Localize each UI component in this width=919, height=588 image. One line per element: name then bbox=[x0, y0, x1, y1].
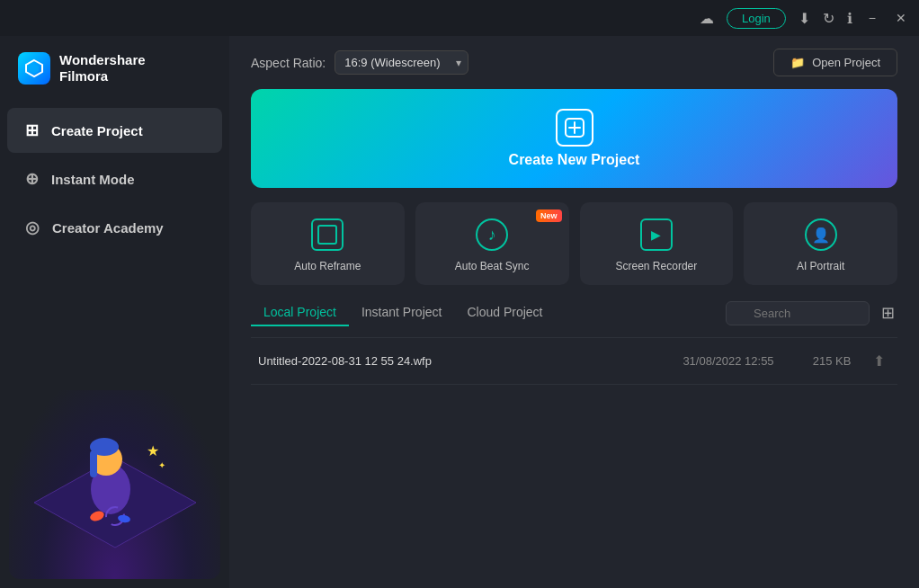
close-button[interactable]: ✕ bbox=[892, 9, 910, 27]
logo-icon bbox=[18, 52, 50, 85]
sidebar-item-label: Instant Mode bbox=[51, 172, 135, 187]
grid-toggle-icon[interactable]: ⊞ bbox=[879, 300, 897, 325]
project-date: 31/08/2022 12:55 bbox=[661, 354, 796, 368]
project-name: Untitled-2022-08-31 12 55 24.wfp bbox=[258, 354, 661, 368]
create-banner-label: Create New Project bbox=[509, 152, 640, 168]
sidebar-item-label: Creator Academy bbox=[52, 220, 164, 236]
aspect-ratio-label: Aspect Ratio: bbox=[251, 56, 326, 70]
cloud-icon[interactable]: ☁ bbox=[700, 10, 714, 27]
sidebar-item-create-project[interactable]: ⊞ Create Project bbox=[7, 108, 222, 153]
svg-marker-1 bbox=[30, 64, 39, 74]
projects-section: Local Project Instant Project Cloud Proj… bbox=[251, 299, 897, 588]
projects-tabs: Local Project Instant Project Cloud Proj… bbox=[251, 299, 897, 326]
open-project-button[interactable]: 📁 Open Project bbox=[773, 49, 897, 76]
top-bar: Aspect Ratio: 16:9 (Widescreen) 9:16 (Po… bbox=[229, 36, 919, 89]
minimize-button[interactable]: − bbox=[865, 9, 879, 27]
projects-search-area: ⊞ bbox=[726, 300, 897, 325]
sidebar-illustration: ★ ✦ bbox=[0, 381, 229, 588]
tab-instant-project[interactable]: Instant Project bbox=[349, 299, 455, 326]
sidebar: Wondershare Filmora ⊞ Create Project ⊕ I… bbox=[0, 36, 229, 588]
sidebar-item-label: Create Project bbox=[51, 123, 143, 138]
instant-mode-icon: ⊕ bbox=[25, 169, 39, 189]
tab-local-project[interactable]: Local Project bbox=[251, 299, 349, 326]
folder-icon: 📁 bbox=[790, 56, 805, 69]
svg-text:★: ★ bbox=[147, 443, 159, 459]
screen-recorder-icon bbox=[640, 218, 673, 251]
project-size: 215 KB bbox=[796, 354, 868, 368]
title-bar-icons: ☁ Login ⬇ ↻ ℹ − ✕ bbox=[700, 8, 910, 29]
action-card-screen-recorder[interactable]: Screen Recorder bbox=[580, 202, 734, 285]
logo-text: Wondershare Filmora bbox=[59, 52, 146, 85]
main-content: Aspect Ratio: 16:9 (Widescreen) 9:16 (Po… bbox=[229, 36, 919, 588]
refresh-icon[interactable]: ↻ bbox=[823, 10, 834, 27]
info-icon[interactable]: ℹ bbox=[847, 10, 852, 27]
quick-actions: Auto Reframe New ♪ Auto Beat Sync Screen… bbox=[251, 202, 897, 285]
login-button[interactable]: Login bbox=[727, 8, 786, 29]
tab-cloud-project[interactable]: Cloud Project bbox=[454, 299, 555, 326]
new-badge: New bbox=[536, 209, 562, 222]
download-icon[interactable]: ⬇ bbox=[799, 10, 810, 27]
auto-beat-sync-label: Auto Beat Sync bbox=[455, 260, 530, 272]
sidebar-item-creator-academy[interactable]: ◎ Creator Academy bbox=[7, 205, 222, 250]
sidebar-item-instant-mode[interactable]: ⊕ Instant Mode bbox=[7, 156, 222, 201]
ai-portrait-icon: 👤 bbox=[805, 218, 837, 251]
app-layout: Wondershare Filmora ⊞ Create Project ⊕ I… bbox=[0, 36, 919, 588]
action-card-auto-beat-sync[interactable]: New ♪ Auto Beat Sync bbox=[415, 202, 569, 285]
svg-rect-6 bbox=[90, 450, 97, 477]
search-input[interactable] bbox=[726, 301, 870, 325]
auto-reframe-icon bbox=[311, 218, 344, 251]
upload-icon[interactable]: ⬆ bbox=[868, 351, 890, 371]
svg-text:✦: ✦ bbox=[158, 460, 165, 470]
sidebar-logo: Wondershare Filmora bbox=[0, 36, 229, 106]
screen-recorder-label: Screen Recorder bbox=[616, 260, 698, 272]
ai-portrait-label: AI Portrait bbox=[797, 260, 844, 272]
auto-reframe-label: Auto Reframe bbox=[294, 260, 361, 272]
illustration-bg: ★ ✦ bbox=[9, 390, 220, 579]
create-banner-icon bbox=[556, 109, 593, 147]
auto-beat-sync-icon: ♪ bbox=[476, 218, 508, 251]
aspect-ratio-select-wrap[interactable]: 16:9 (Widescreen) 9:16 (Portrait) 1:1 (S… bbox=[335, 50, 468, 75]
project-list: Untitled-2022-08-31 12 55 24.wfp 31/08/2… bbox=[251, 337, 897, 385]
action-card-auto-reframe[interactable]: Auto Reframe bbox=[251, 202, 405, 285]
creator-academy-icon: ◎ bbox=[25, 218, 40, 237]
table-row[interactable]: Untitled-2022-08-31 12 55 24.wfp 31/08/2… bbox=[251, 338, 897, 385]
title-bar: ☁ Login ⬇ ↻ ℹ − ✕ bbox=[0, 0, 919, 36]
search-wrap bbox=[726, 301, 870, 325]
create-new-project-banner[interactable]: Create New Project bbox=[251, 89, 897, 188]
create-project-icon: ⊞ bbox=[25, 120, 39, 140]
aspect-ratio-section: Aspect Ratio: 16:9 (Widescreen) 9:16 (Po… bbox=[251, 50, 468, 75]
action-card-ai-portrait[interactable]: 👤 AI Portrait bbox=[744, 202, 897, 285]
aspect-ratio-select[interactable]: 16:9 (Widescreen) 9:16 (Portrait) 1:1 (S… bbox=[335, 50, 468, 75]
